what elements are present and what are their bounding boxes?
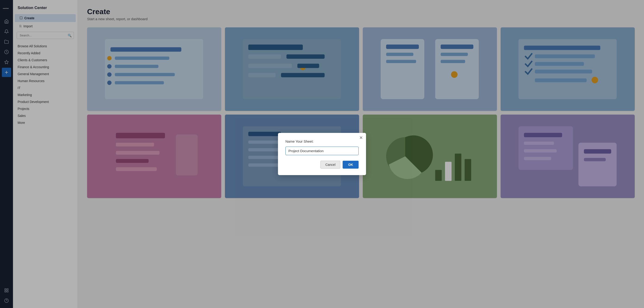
ok-button[interactable]: OK [342, 161, 358, 169]
cancel-button[interactable]: Cancel [320, 161, 340, 169]
modal-close-button[interactable]: ✕ [359, 136, 363, 140]
sheet-name-input[interactable] [286, 147, 358, 155]
modal-title: Name Your Sheet: [286, 139, 358, 143]
main-area: Solution Center ☐ Create ⎘ Import 🔍 Brow… [13, 0, 644, 308]
modal-overlay: ✕ Name Your Sheet: Cancel OK [78, 0, 644, 308]
modal-actions: Cancel OK [286, 161, 358, 169]
modal-dialog: ✕ Name Your Sheet: Cancel OK [278, 133, 366, 175]
content-area: Create Start a new sheet, report, or das… [78, 0, 644, 308]
